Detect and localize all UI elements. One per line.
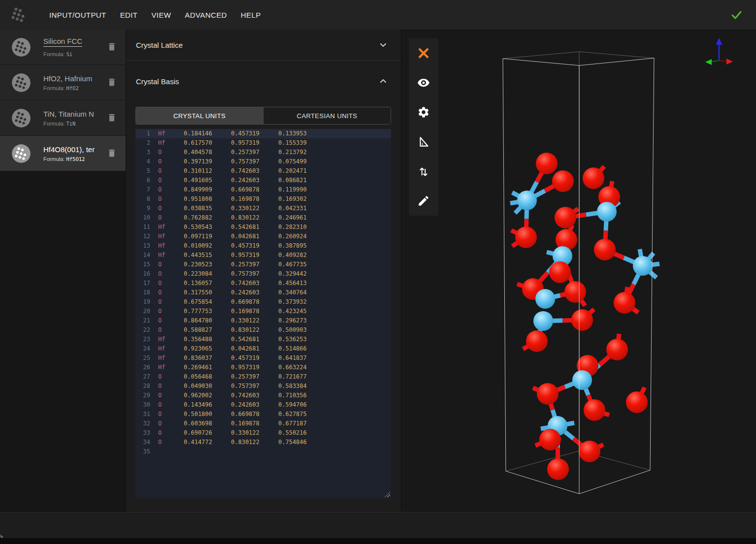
settings-button[interactable] [409, 97, 438, 127]
hf-atom[interactable] [517, 191, 537, 210]
crystal-basis-header[interactable]: Crystal Basis [126, 66, 401, 96]
hf-atom[interactable] [633, 256, 653, 276]
basis-coordinates-editor[interactable]: 1Hf0.1841460.4573190.1339532Hf0.6175700.… [135, 129, 391, 498]
basis-units-tabs: CRYSTAL UNITS CARTESIAN UNITS [135, 107, 391, 125]
o-atom[interactable] [564, 281, 586, 303]
crystal-structure-scene[interactable] [401, 30, 756, 512]
menu-input-output[interactable]: INPUT/OUTPUT [42, 6, 113, 24]
material-item-silicon-fcc[interactable]: Silicon FCC Formula: Si [0, 30, 126, 65]
o-atom[interactable] [536, 153, 558, 174]
basis-line[interactable]: 9O0.0388350.3301220.042331 [135, 204, 391, 213]
basis-line[interactable]: 8O0.9518080.1698780.169302 [135, 194, 391, 204]
delete-material-button[interactable] [106, 77, 118, 89]
basis-line[interactable]: 14Hf0.4435150.9573190.409282 [135, 251, 391, 260]
basis-line[interactable]: 16O0.2230840.7573970.329442 [135, 269, 391, 279]
basis-line[interactable]: 29O0.9620020.7426030.710356 [135, 391, 391, 400]
basis-line[interactable]: 1Hf0.1841460.4573190.133953 [135, 129, 391, 138]
o-atom[interactable] [549, 261, 571, 283]
basis-line[interactable]: 23Hf0.3564880.5426810.536253 [135, 335, 391, 344]
material-item-hf4o8-selected[interactable]: Hf4O8(001), ter Formula: Hf5O12 [0, 136, 126, 171]
basis-line[interactable]: 21O0.8647800.3301220.296273 [135, 316, 391, 325]
basis-line[interactable]: 25Hf0.8360370.4573190.641837 [135, 353, 391, 363]
basis-line[interactable]: 12Hf0.0971190.0426810.260924 [135, 232, 391, 241]
o-atom[interactable] [614, 292, 635, 314]
o-atom[interactable] [594, 239, 616, 260]
material-title[interactable]: TiN, Titanium N [43, 110, 94, 118]
hf-atom[interactable] [533, 311, 553, 331]
editor-resize-handle[interactable] [385, 492, 390, 497]
basis-line[interactable]: 32O0.6036980.1698780.677187 [135, 419, 391, 428]
hf-atom[interactable] [572, 370, 592, 390]
o-atom[interactable] [555, 207, 576, 228]
structure-viewer-3d[interactable] [401, 30, 756, 512]
material-title[interactable]: Silicon FCC [43, 37, 82, 47]
material-title[interactable]: HfO2, Hafnium [43, 74, 92, 83]
chevron-down-icon[interactable] [377, 39, 389, 51]
chevron-up-icon[interactable] [377, 75, 389, 87]
swap-vertical-button[interactable] [409, 157, 438, 186]
basis-line[interactable]: 3O0.4045780.2573970.213792 [135, 148, 391, 157]
basis-line[interactable]: 6O0.4916050.2426030.086821 [135, 176, 391, 185]
basis-line[interactable]: 19O0.6758540.6698780.373932 [135, 297, 391, 307]
app-logo-icon[interactable] [9, 5, 29, 25]
crystal-lattice-title: Crystal Lattice [136, 41, 183, 49]
basis-line[interactable]: 33O0.6907260.3301220.550216 [135, 428, 391, 438]
o-atom[interactable] [571, 309, 593, 331]
material-item-hfo2[interactable]: HfO2, Hafnium Formula: HfO2 [0, 65, 126, 100]
menu-advanced[interactable]: ADVANCED [178, 6, 233, 24]
basis-line[interactable]: 24Hf0.9230650.0426810.514866 [135, 344, 391, 353]
tab-cartesian-units[interactable]: CARTESIAN UNITS [263, 107, 391, 124]
basis-line[interactable]: 30O0.1434960.2426030.594706 [135, 400, 391, 410]
basis-line[interactable]: 22O0.5888270.8301220.500903 [135, 325, 391, 335]
o-atom[interactable] [515, 226, 537, 248]
basis-line[interactable]: 34O0.4147720.8301220.754846 [135, 438, 391, 447]
crystal-lattice-header[interactable]: Crystal Lattice [126, 30, 401, 60]
basis-line[interactable]: 18O0.3175500.2426030.340764 [135, 288, 391, 297]
basis-line[interactable]: 26Hf0.2694610.9573190.663224 [135, 363, 391, 372]
menu-view[interactable]: VIEW [144, 6, 178, 24]
o-atom[interactable] [606, 339, 628, 360]
basis-line[interactable]: 11Hf0.5305430.5426810.282310 [135, 223, 391, 232]
o-atom[interactable] [547, 458, 569, 480]
menu-edit[interactable]: EDIT [113, 6, 145, 24]
basis-line[interactable]: 35 [135, 447, 391, 456]
basis-line[interactable]: 28O0.0490300.7573970.583384 [135, 382, 391, 391]
basis-line[interactable]: 4O0.3971390.7573970.075499 [135, 157, 391, 166]
close-button[interactable] [409, 38, 438, 68]
basis-line[interactable]: 15O0.2305230.2573970.467735 [135, 260, 391, 269]
material-item-tin[interactable]: TiN, Titanium N Formula: TiN [0, 100, 126, 136]
hf-atom[interactable] [597, 202, 617, 222]
hf-atom[interactable] [535, 289, 555, 309]
trash-icon [107, 41, 117, 52]
menu-help[interactable]: HELP [234, 6, 268, 24]
basis-line[interactable]: 2Hf0.6175700.9573190.155339 [135, 138, 391, 148]
o-atom[interactable] [537, 383, 559, 405]
gear-icon [417, 106, 430, 119]
measure-button[interactable] [409, 127, 438, 157]
tab-crystal-units[interactable]: CRYSTAL UNITS [136, 107, 263, 124]
basis-line[interactable]: 17O0.1360570.7426030.456413 [135, 279, 391, 288]
o-atom[interactable] [583, 167, 604, 189]
o-atom[interactable] [552, 170, 574, 192]
basis-line[interactable]: 10O0.7628820.8301220.246961 [135, 213, 391, 223]
delete-material-button[interactable] [106, 41, 118, 53]
save-check-icon[interactable] [729, 8, 743, 22]
basis-line[interactable]: 27O0.0564680.2573970.721677 [135, 372, 391, 382]
o-atom[interactable] [539, 429, 561, 450]
swap-vertical-icon [417, 165, 430, 178]
basis-line[interactable]: 20O0.7777530.1698780.423245 [135, 307, 391, 316]
basis-line[interactable]: 5O0.3101120.7426030.202471 [135, 166, 391, 176]
o-atom[interactable] [584, 399, 605, 421]
basis-line[interactable]: 13Hf0.0100920.4573190.387895 [135, 241, 391, 251]
visibility-button[interactable] [409, 68, 438, 97]
basis-line[interactable]: 7O0.8499090.6698780.119990 [135, 185, 391, 194]
edit-button[interactable] [409, 186, 438, 216]
material-title[interactable]: Hf4O8(001), ter [43, 145, 95, 154]
o-atom[interactable] [579, 441, 600, 462]
o-atom[interactable] [626, 391, 648, 413]
o-atom[interactable] [526, 330, 548, 352]
delete-material-button[interactable] [106, 112, 118, 124]
basis-line[interactable]: 31O0.5018000.6698780.627875 [135, 410, 391, 419]
footer-bar [0, 512, 756, 538]
delete-material-button[interactable] [106, 148, 118, 160]
